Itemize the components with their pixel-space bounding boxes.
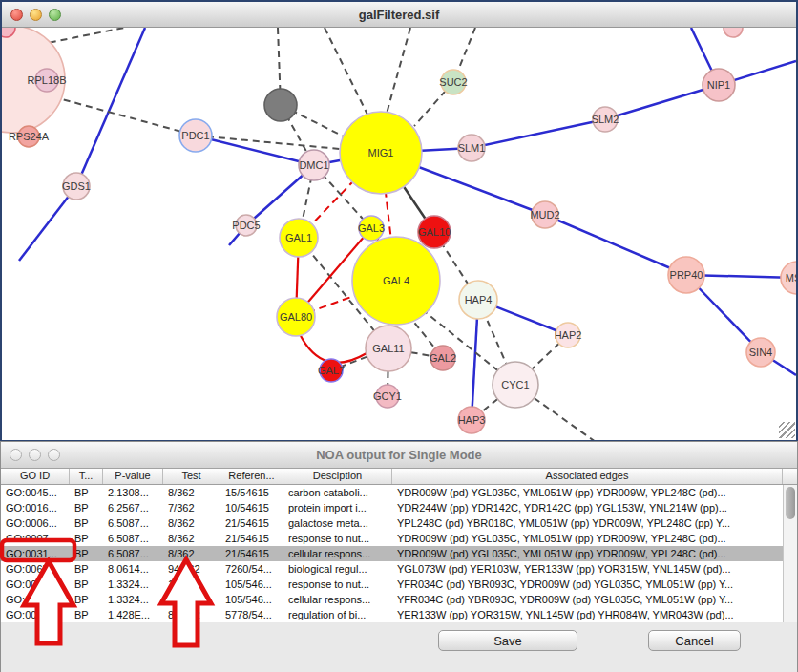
table-cell: 2.1308...	[103, 485, 163, 500]
network-edge[interactable]	[472, 119, 605, 148]
table-row[interactable]: GO:0006...BP6.5087...8/36221/54615galact…	[1, 515, 797, 531]
table-cell: GO:0031...	[1, 577, 70, 592]
node-label-CYC1: CYC1	[501, 379, 529, 390]
table-cell: YFR034C (pd) YBR093C, YDR009W (pd) YGL03…	[392, 577, 783, 592]
table-cell: YDR244W (pp) YDR142C, YDR142C (pp) YGL15…	[392, 500, 783, 515]
table-cell: 8/362	[163, 531, 220, 546]
table-cell: 15/54615	[220, 485, 284, 500]
column-header-test[interactable]: Test	[163, 469, 220, 484]
node-label-PRP40: PRP40	[670, 269, 704, 281]
table-cell: 1.3324...	[103, 577, 163, 592]
column-header-associated-edges[interactable]: Associated edges	[392, 469, 783, 484]
table-cell: galactose meta...	[284, 515, 392, 531]
node-label-PDC1: PDC1	[181, 130, 209, 141]
column-header-p-value[interactable]: P-value	[103, 469, 163, 484]
table-cell: GO:0006...	[1, 515, 70, 531]
node-label-GAL4: GAL4	[383, 275, 410, 286]
table-cell: response to nut...	[284, 577, 392, 592]
save-button[interactable]: Save	[438, 630, 578, 651]
table-cell: YDR009W (pd) YGL035C, YML051W (pp) YDR00…	[392, 531, 783, 546]
table-row[interactable]: GO:0065...BP8.0614...94/3627260/54...bio…	[1, 561, 797, 577]
table-cell: 105/546...	[220, 592, 284, 607]
node-label-GAL2: GAL2	[430, 352, 456, 364]
table-cell: GO:0050...	[1, 607, 70, 622]
zoom-button[interactable]	[49, 9, 61, 21]
network-node-top-right-pink[interactable]	[724, 28, 743, 37]
table-cell: BP	[70, 577, 103, 592]
node-label-SLM2: SLM2	[592, 114, 620, 125]
node-label-MUD2: MUD2	[530, 209, 559, 220]
table-row[interactable]: GO:0031...BP1.3324...11/362105/546...res…	[1, 577, 797, 592]
table-body: GO:0045...BP2.1308...8/36215/54615carbon…	[1, 485, 797, 622]
node-label-GAL1: GAL1	[285, 232, 312, 243]
column-header-type[interactable]: T...	[70, 469, 103, 484]
network-node-gray-unlabeled[interactable]	[264, 89, 297, 121]
table-header: GO ID T... P-value Test Referen... Desci…	[1, 469, 797, 485]
table-cell: BP	[70, 500, 103, 515]
table-cell: YDR009W (pd) YGL035C, YML051W (pp) YDR00…	[392, 546, 783, 561]
network-window-titlebar[interactable]: galFiltered.sif	[2, 2, 796, 28]
table-cell: BP	[70, 592, 103, 607]
network-canvas[interactable]: RPL18BRPS24AGDS1PDC1DMC1PDC5MIG1SUC2SLM1…	[2, 28, 796, 440]
close-button[interactable]	[10, 9, 23, 21]
table-row[interactable]: GO:0031...BP6.5087...8/36221/54615cellul…	[1, 546, 797, 561]
table-cell: 8/362	[163, 485, 220, 500]
table-row[interactable]: GO:0016...BP6.2567...7/36210/54615protei…	[1, 500, 797, 515]
table-row[interactable]: GO:0050...BP1.428E...80/3625778/54...reg…	[1, 607, 797, 622]
noa-window-titlebar[interactable]: NOA output for Single Mode	[1, 442, 797, 469]
node-label-MIG1: MIG1	[368, 147, 394, 158]
vertical-scrollbar[interactable]	[783, 485, 797, 622]
column-header-spacer	[783, 469, 797, 484]
node-label-RPL18B: RPL18B	[28, 74, 67, 86]
table-row[interactable]: GO:0007...BP6.5087...8/36221/54615respon…	[1, 531, 797, 546]
table-cell: 21/54615	[220, 531, 284, 546]
table-cell: YER133W (pp) YOR315W, YNL145W (pd) YHR08…	[392, 607, 783, 622]
node-label-HAP3: HAP3	[458, 414, 486, 426]
node-label-GDS1: GDS1	[62, 180, 91, 192]
table-cell: 6.5087...	[103, 515, 163, 531]
table-cell: GO:0065...	[1, 561, 70, 577]
table-cell: GO:0031...	[1, 592, 70, 607]
node-label-MSN: MSN	[786, 272, 796, 284]
network-edge[interactable]	[545, 215, 686, 275]
network-edge[interactable]	[325, 28, 369, 118]
network-edge[interactable]	[605, 85, 719, 119]
table-cell: BP	[70, 561, 103, 577]
close-button[interactable]	[10, 449, 22, 461]
table-cell: GO:0016...	[1, 500, 70, 515]
network-edge[interactable]	[196, 136, 314, 165]
node-label-SIN4: SIN4	[749, 346, 772, 358]
zoom-button[interactable]	[48, 449, 60, 461]
node-label-NIP1: NIP1	[707, 79, 730, 91]
table-cell: 8/362	[163, 546, 220, 561]
cancel-button[interactable]: Cancel	[648, 630, 741, 651]
node-label-HAP2: HAP2	[555, 329, 582, 341]
node-label-GAL80: GAL80	[280, 311, 312, 323]
column-header-go-id[interactable]: GO ID	[1, 469, 70, 484]
table-cell: 80/362	[163, 607, 220, 622]
network-window: galFiltered.sif RPL18BRPS24AGDS1PDC1DMC1…	[0, 0, 798, 441]
table-cell: GO:0007...	[1, 531, 70, 546]
table-cell: 21/54615	[220, 515, 284, 531]
table-cell: 11/362	[163, 592, 220, 607]
node-label-SUC2: SUC2	[439, 76, 467, 88]
column-header-reference[interactable]: Referen...	[220, 469, 284, 484]
table-row[interactable]: GO:0031...BP1.3324...11/362105/546...cel…	[1, 592, 797, 607]
table-cell: BP	[70, 607, 103, 622]
window-resize-grip[interactable]	[779, 422, 795, 438]
node-label-HAP4: HAP4	[465, 294, 493, 305]
table-row[interactable]: GO:0045...BP2.1308...8/36215/54615carbon…	[1, 485, 797, 500]
node-label-SLM1: SLM1	[458, 142, 486, 154]
traffic-lights-inactive	[10, 442, 60, 468]
table-cell: regulation of bi...	[284, 607, 392, 622]
table-cell: response to nut...	[284, 531, 392, 546]
minimize-button[interactable]	[29, 449, 41, 461]
table-cell: YPL248C (pd) YBR018C, YML051W (pp) YDR00…	[392, 515, 783, 531]
network-edge[interactable]	[387, 28, 410, 114]
table-cell: BP	[70, 485, 103, 500]
network-svg: RPL18BRPS24AGDS1PDC1DMC1PDC5MIG1SUC2SLM1…	[2, 28, 796, 440]
table-cell: GO:0045...	[1, 485, 70, 500]
scrollbar-thumb[interactable]	[786, 487, 795, 519]
minimize-button[interactable]	[30, 9, 42, 21]
column-header-description[interactable]: Desciption	[284, 469, 392, 484]
